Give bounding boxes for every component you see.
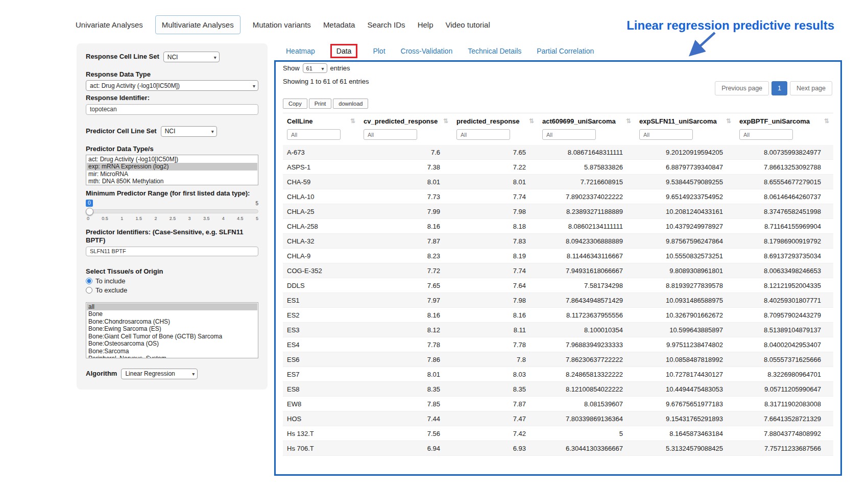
nav-tab-help[interactable]: Help	[418, 16, 433, 34]
cell-value: 8.05557371625666	[735, 352, 833, 367]
slider-track[interactable]	[86, 209, 258, 213]
tissue-option-bone-sarcoma[interactable]: Bone:Sarcoma	[87, 348, 257, 355]
min-predictor-range-slider[interactable]: 0 5 00.511.522.533.544.55	[86, 200, 258, 223]
table-row-cha-59[interactable]: CHA-598.018.017.72166089159.538445790892…	[283, 175, 833, 189]
predictor-data-type-option-exp-mrna-expression-log2[interactable]: exp: mRNA Expression (log2)	[87, 163, 257, 170]
sort-icon[interactable]: ⇅	[443, 117, 448, 125]
predictor-data-types-listbox[interactable]: act: Drug Activity (-log10[IC50M])exp: m…	[86, 155, 258, 185]
table-row-es8[interactable]: ES88.358.358.1210085402222210.4494475483…	[283, 382, 833, 397]
table-row-es6[interactable]: ES67.867.87.8623063772222210.08584878189…	[283, 352, 833, 367]
predictor-data-type-option-mir-microrna[interactable]: mir: MicroRNA	[87, 170, 257, 178]
predictor-data-type-option-act-drug-activity-log10-ic50m[interactable]: act: Drug Activity (-log10[IC50M])	[87, 156, 257, 163]
result-tab-partial-correlation[interactable]: Partial Correlation	[537, 47, 594, 55]
nav-tab-video-tutorial[interactable]: Video tutorial	[445, 16, 490, 34]
response-cell-line-set-select[interactable]: NCI	[163, 52, 220, 62]
download-button[interactable]: download	[333, 99, 368, 109]
predictor-cell-line-set-select[interactable]: NCI	[161, 126, 217, 137]
table-row-es3[interactable]: ES38.128.118.10001035410.5996438858978.5…	[283, 323, 833, 337]
page-number-button[interactable]: 1	[771, 81, 787, 95]
column-header-cv-predicted-response[interactable]: cv_predicted_response⇅	[359, 113, 452, 129]
table-row-es2[interactable]: ES28.168.168.1172363795555610.3267901662…	[283, 308, 833, 323]
nav-tab-search-ids[interactable]: Search IDs	[367, 16, 405, 34]
table-row-chla-32[interactable]: CHLA-327.877.838.094233068888899.8756759…	[283, 234, 833, 249]
tissue-option-bone-chondrosarcoma-chs[interactable]: Bone:Chondrosarcoma (CHS)	[87, 318, 257, 326]
slider-tick-label: 3.5	[203, 216, 210, 221]
result-tab-heatmap[interactable]: Heatmap	[286, 47, 315, 55]
column-header-cellline[interactable]: CellLine⇅	[283, 113, 359, 129]
cell-value: 8.37476582451998	[735, 204, 833, 219]
sort-icon[interactable]: ⇅	[824, 117, 829, 125]
table-row-chla-10[interactable]: CHLA-107.737.747.890233740222229.6514923…	[283, 189, 833, 204]
filter-input-cv-predicted-response[interactable]	[364, 129, 417, 140]
sort-icon[interactable]: ⇅	[626, 117, 631, 125]
table-row-a-673[interactable]: A-6737.67.658.086716483111119.2012091959…	[283, 145, 833, 160]
cell-value: 7.99	[359, 204, 452, 219]
table-row-ddls[interactable]: DDLS7.657.647.5817342988.819392778395788…	[283, 278, 833, 293]
filter-input-cellline[interactable]	[287, 129, 341, 140]
filter-input-act609699-unisarcoma[interactable]	[542, 129, 596, 140]
filter-input-predicted-response[interactable]	[456, 129, 510, 140]
cell-value: 10.7278174430127	[635, 367, 735, 382]
table-row-es7[interactable]: ES78.018.038.2486581332222210.7278174430…	[283, 367, 833, 382]
column-header-expbptf-unisarcoma[interactable]: expBPTF_uniSarcoma⇅	[735, 113, 833, 129]
table-row-chla-258[interactable]: CHLA-2588.168.188.0860213411111110.43792…	[283, 219, 833, 234]
filter-input-expbptf-unisarcoma[interactable]	[739, 129, 793, 140]
table-row-es4[interactable]: ES47.787.787.968839492333339.97511238474…	[283, 337, 833, 352]
nav-tab-univariate-analyses[interactable]: Univariate Analyses	[76, 16, 143, 34]
result-tab-plot[interactable]: Plot	[373, 47, 385, 55]
table-row-hs-132-t[interactable]: Hs 132.T7.567.4258.16458734631847.880437…	[283, 426, 833, 441]
nav-tab-metadata[interactable]: Metadata	[323, 16, 355, 34]
response-cell-line-set-label: Response Cell Line Set	[86, 53, 159, 61]
table-row-ew8[interactable]: EW87.857.878.0815396079.676756519771838.…	[283, 397, 833, 411]
response-identifier-input[interactable]	[86, 104, 258, 115]
table-row-chla-9[interactable]: CHLA-98.238.198.1144634311666710.5550832…	[283, 249, 833, 263]
cell-value: 7.72	[359, 263, 452, 278]
radio-label: To include	[95, 277, 126, 285]
nav-tab-multivariate-analyses[interactable]: Multivariate Analyses	[155, 15, 240, 34]
table-row-hos[interactable]: HOS7.447.477.803398691363649.15431765291…	[283, 411, 833, 426]
sort-icon[interactable]: ⇅	[529, 117, 534, 125]
slider-handle[interactable]	[86, 208, 93, 215]
table-row-es1[interactable]: ES17.977.987.8643494857142910.0931486588…	[283, 293, 833, 308]
predictor-data-type-option-mth-dna-850k-methylation[interactable]: mth: DNA 850K Methylation	[87, 178, 257, 185]
sort-icon[interactable]: ⇅	[726, 117, 731, 125]
previous-page-button[interactable]: Previous page	[715, 81, 769, 95]
tissue-option-all[interactable]: all	[87, 303, 257, 311]
column-header-predicted-response[interactable]: predicted_response⇅	[452, 113, 538, 129]
cell-value: 8.81939277839578	[635, 278, 735, 293]
tissue-mode-radio-to-include[interactable]	[86, 278, 92, 284]
response-data-type-select[interactable]: act: Drug Activity (-log10[IC50M])	[86, 80, 258, 91]
tissue-option-bone-ewing-sarcoma-es[interactable]: Bone:Ewing Sarcoma (ES)	[87, 325, 257, 333]
column-header-expslfn11-unisarcoma[interactable]: expSLFN11_uniSarcoma⇅	[635, 113, 735, 129]
result-tab-cross-validation[interactable]: Cross-Validation	[401, 47, 453, 55]
tissue-mode-option-to-exclude[interactable]: To exclude	[86, 286, 258, 294]
tissue-mode-radio-to-exclude[interactable]	[86, 287, 92, 294]
cell-value: 7.97	[359, 293, 452, 308]
tissue-option-bone-osteosarcoma-os[interactable]: Bone:Osteosarcoma (OS)	[87, 340, 257, 348]
tissue-listbox[interactable]: allBoneBone:Chondrosarcoma (CHS)Bone:Ewi…	[86, 302, 258, 358]
cell-value: 6.93	[452, 441, 538, 456]
next-page-button[interactable]: Next page	[790, 81, 832, 95]
table-row-chla-25[interactable]: CHLA-257.997.988.2389327118888910.208124…	[283, 204, 833, 219]
algorithm-select[interactable]: Linear Regression	[121, 369, 198, 379]
cell-value: 9.65149233754952	[635, 189, 735, 204]
results-panel: Show 61 entries Showing 1 to 61 of 61 en…	[274, 60, 842, 476]
copy-button[interactable]: Copy	[283, 99, 307, 109]
tissue-option-bone-giant-cell-tumor-of-bone-gctb-sarcoma[interactable]: Bone:Giant Cell Tumor of Bone (GCTB) Sar…	[87, 333, 257, 340]
column-header-act609699-unisarcoma[interactable]: act609699_uniSarcoma⇅	[538, 113, 635, 129]
filter-input-expslfn11-unisarcoma[interactable]	[639, 129, 693, 140]
cell-value: 8.11	[452, 323, 538, 337]
entries-select[interactable]: 61	[303, 63, 327, 73]
predictor-identifiers-input[interactable]	[86, 247, 258, 256]
table-row-cog-e-352[interactable]: COG-E-3527.727.747.949316180666679.80893…	[283, 263, 833, 278]
result-tab-technical-details[interactable]: Technical Details	[468, 47, 521, 55]
tissue-mode-option-to-include[interactable]: To include	[86, 277, 258, 285]
table-row-asps-1[interactable]: ASPS-17.387.225.8758338266.8879773934084…	[283, 160, 833, 175]
sort-icon[interactable]: ⇅	[350, 117, 355, 125]
nav-tab-mutation-variants[interactable]: Mutation variants	[253, 16, 311, 34]
table-row-hs-706-t[interactable]: Hs 706.T6.946.936.304413033666675.313245…	[283, 441, 833, 456]
result-tab-data[interactable]: Data	[330, 44, 358, 58]
tissue-option-bone[interactable]: Bone	[87, 310, 257, 318]
print-button[interactable]: Print	[309, 99, 332, 109]
tissue-option-peripheral-nervous-system[interactable]: Peripheral_Nervous_System	[87, 355, 257, 358]
